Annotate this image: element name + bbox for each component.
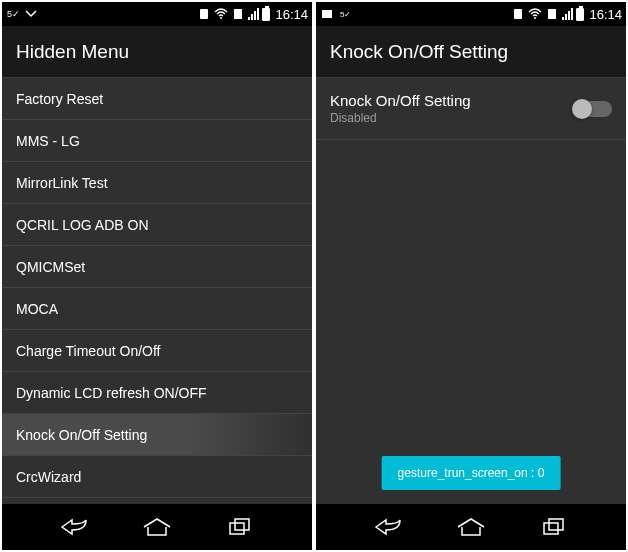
svg-rect-10 — [548, 9, 556, 19]
signal-icon — [562, 8, 573, 20]
setting-content: Knock On/Off Setting Disabled gesture_tr… — [316, 78, 626, 504]
svg-rect-11 — [544, 523, 558, 534]
svg-rect-1 — [200, 9, 208, 19]
clock: 16:14 — [589, 7, 622, 22]
menu-item[interactable]: Port check Test — [2, 498, 312, 504]
nav-bar — [316, 504, 626, 550]
screen-title: Knock On/Off Setting — [316, 26, 626, 78]
setting-status: Disabled — [330, 111, 471, 125]
menu-item[interactable]: MOCA — [2, 288, 312, 330]
status-right: 16:14 — [197, 7, 308, 22]
back-button[interactable] — [363, 512, 413, 542]
home-button[interactable] — [132, 512, 182, 542]
sim-icon — [511, 7, 525, 21]
clock: 16:14 — [275, 7, 308, 22]
setting-text: Knock On/Off Setting Disabled — [330, 92, 471, 125]
svg-rect-8 — [514, 9, 522, 19]
svg-rect-12 — [549, 519, 563, 530]
menu-item[interactable]: MMS - LG — [2, 120, 312, 162]
recent-button[interactable] — [215, 512, 265, 542]
phone-left: 5✓ 16:14 Hidden Menu Factory ResetMMS — [2, 2, 312, 550]
battery-icon — [576, 8, 584, 21]
status-bar: 5✓ 16:14 — [316, 2, 626, 26]
data-icon — [545, 7, 559, 21]
status-bar: 5✓ 16:14 — [2, 2, 312, 26]
toast-message: gesture_trun_screen_on : 0 — [382, 456, 561, 490]
nav-bar — [2, 504, 312, 550]
svg-point-9 — [534, 17, 536, 19]
status-right: 16:14 — [511, 7, 622, 22]
menu-list: Factory ResetMMS - LGMirrorLink TestQCRI… — [2, 78, 312, 504]
battery-icon — [262, 8, 270, 21]
network-icon: 5✓ — [338, 7, 352, 21]
knock-toggle[interactable] — [574, 101, 612, 117]
knock-setting-row[interactable]: Knock On/Off Setting Disabled — [316, 78, 626, 140]
menu-item[interactable]: Knock On/Off Setting — [2, 414, 312, 456]
wifi-icon — [214, 7, 228, 21]
back-button[interactable] — [49, 512, 99, 542]
signal-icon — [248, 8, 259, 20]
svg-point-2 — [220, 17, 222, 19]
phone-right: 5✓ 16:14 Knock On/Off Setting Knock On/O… — [316, 2, 626, 550]
svg-rect-4 — [230, 523, 244, 534]
wifi-icon — [528, 7, 542, 21]
svg-text:5✓: 5✓ — [340, 10, 350, 19]
menu-item[interactable]: Factory Reset — [2, 78, 312, 120]
screen-title: Hidden Menu — [2, 26, 312, 78]
svg-rect-5 — [235, 519, 249, 530]
svg-rect-6 — [322, 10, 332, 18]
home-button[interactable] — [446, 512, 496, 542]
photo-icon — [320, 7, 334, 21]
menu-item[interactable]: MirrorLink Test — [2, 162, 312, 204]
chevron-down-icon — [24, 7, 38, 21]
menu-item[interactable]: QCRIL LOG ADB ON — [2, 204, 312, 246]
menu-item[interactable]: Dynamic LCD refresh ON/OFF — [2, 372, 312, 414]
status-left: 5✓ — [320, 7, 352, 21]
status-left: 5✓ — [6, 7, 38, 21]
menu-item[interactable]: QMICMSet — [2, 246, 312, 288]
svg-rect-3 — [234, 9, 242, 19]
toggle-knob — [572, 99, 592, 119]
menu-content: Factory ResetMMS - LGMirrorLink TestQCRI… — [2, 78, 312, 504]
data-icon — [231, 7, 245, 21]
menu-item[interactable]: Charge Timeout On/Off — [2, 330, 312, 372]
network-icon: 5✓ — [6, 7, 20, 21]
sim-icon — [197, 7, 211, 21]
svg-text:5✓: 5✓ — [7, 9, 19, 19]
menu-item[interactable]: CrcWizard — [2, 456, 312, 498]
setting-title: Knock On/Off Setting — [330, 92, 471, 109]
recent-button[interactable] — [529, 512, 579, 542]
